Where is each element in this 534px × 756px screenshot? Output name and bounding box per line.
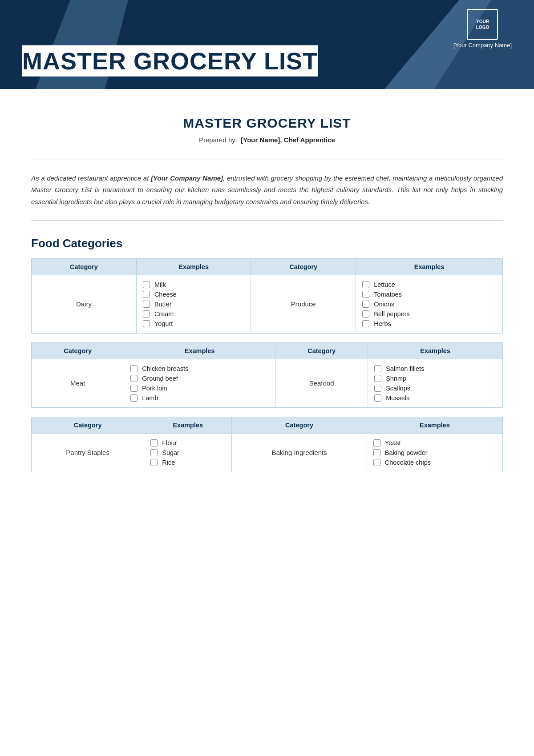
item-label: Salmon fillets	[386, 365, 424, 372]
category-dairy: Dairy	[32, 275, 137, 333]
category-pantry: Pantry Staples	[32, 433, 144, 472]
col-header-cat2: Category	[251, 258, 356, 275]
checkbox-icon	[362, 281, 369, 288]
item-label: Rice	[162, 459, 175, 466]
col-header-ex1: Examples	[144, 417, 232, 433]
category-seafood: Seafood	[275, 359, 368, 407]
list-item: Lamb	[130, 393, 267, 403]
col-header-ex1: Examples	[136, 258, 251, 275]
checkbox-icon	[130, 375, 138, 382]
list-item: Scallops	[374, 383, 494, 393]
doc-subtitle: Prepared by: [Your Name], Chef Apprentic…	[31, 136, 503, 144]
intro-paragraph: As a dedicated restaurant apprentice at …	[31, 173, 503, 208]
item-label: Sugar	[162, 449, 179, 456]
food-table-2: Category Examples Category Examples Meat…	[31, 342, 503, 408]
list-item: Milk	[143, 280, 243, 290]
item-label: Yeast	[385, 439, 401, 446]
prepared-by-name: [Your Name], Chef Apprentice	[241, 136, 335, 144]
col-header-cat1: Category	[32, 258, 137, 275]
food-table-3: Category Examples Category Examples Pant…	[31, 417, 503, 472]
food-categories-heading: Food Categories	[31, 237, 503, 250]
checkbox-icon	[362, 310, 369, 318]
checkbox-icon	[143, 301, 150, 308]
checkbox-icon	[143, 310, 150, 318]
list-item: Pork loin	[130, 383, 267, 393]
list-item: Cheese	[143, 290, 243, 299]
checkbox-icon	[130, 365, 138, 372]
table-row: Meat Chicken breasts Ground beef Pork lo…	[32, 359, 503, 407]
checkbox-icon	[362, 320, 369, 327]
item-label: Lamb	[142, 394, 158, 402]
item-label: Pork loin	[142, 385, 167, 392]
intro-company: [Your Company Name]	[151, 174, 223, 182]
list-item: Chocolate chips	[373, 458, 494, 467]
col-header-ex2: Examples	[356, 258, 503, 275]
list-item: Tomatoes	[362, 290, 494, 299]
checkbox-icon	[150, 449, 158, 456]
col-header-cat2: Category	[232, 417, 367, 433]
checkbox-icon	[362, 301, 369, 308]
checkbox-icon	[373, 459, 380, 466]
col-header-ex2: Examples	[367, 417, 502, 433]
examples-produce: Lettuce Tomatoes Onions Bell peppers Her…	[356, 275, 503, 333]
checkbox-icon	[362, 291, 369, 298]
list-item: Chicken breasts	[130, 364, 267, 374]
col-header-ex1: Examples	[124, 342, 275, 359]
checkbox-icon	[130, 385, 138, 392]
examples-dairy: Milk Cheese Butter Cream Yogurt	[136, 275, 251, 333]
item-label: Chocolate chips	[385, 459, 431, 466]
header: MASTER GROCERY LIST YOUR LOGO [Your Comp…	[0, 0, 534, 89]
item-label: Shrimp	[386, 375, 406, 382]
checkbox-icon	[373, 449, 380, 456]
item-label: Mussels	[386, 394, 409, 402]
item-label: Ground beef	[142, 375, 178, 382]
list-item: Rice	[150, 458, 223, 467]
doc-main-title: MASTER GROCERY LIST	[31, 116, 503, 131]
list-item: Mussels	[374, 393, 494, 403]
intro-start: As a dedicated restaurant apprentice at	[31, 174, 151, 182]
col-header-ex2: Examples	[368, 342, 503, 359]
category-produce: Produce	[251, 275, 356, 333]
checkbox-icon	[374, 385, 381, 392]
checkbox-icon	[150, 439, 158, 446]
item-label: Lettuce	[374, 281, 395, 288]
item-label: Milk	[154, 281, 166, 288]
list-item: Cream	[143, 309, 243, 319]
checkbox-icon	[143, 291, 150, 298]
list-item: Baking powder	[373, 448, 494, 458]
checkbox-icon	[374, 394, 381, 402]
col-header-cat1: Category	[32, 417, 144, 433]
prepared-by-label: Prepared by:	[199, 136, 237, 144]
list-item: Yeast	[373, 438, 494, 448]
doc-title-block: MASTER GROCERY LIST Prepared by: [Your N…	[31, 116, 503, 144]
item-label: Chicken breasts	[142, 365, 188, 372]
list-item: Ground beef	[130, 374, 267, 383]
header-logo-area: YOUR LOGO [Your Company Name]	[453, 9, 512, 48]
header-title: MASTER GROCERY LIST	[22, 45, 318, 76]
item-label: Flour	[162, 439, 177, 446]
item-label: Yogurt	[154, 320, 173, 327]
checkbox-icon	[373, 439, 380, 446]
item-label: Herbs	[374, 320, 391, 327]
list-item: Salmon fillets	[374, 364, 494, 374]
company-name: [Your Company Name]	[453, 42, 512, 48]
category-baking: Baking Ingredients	[232, 433, 367, 472]
examples-baking: Yeast Baking powder Chocolate chips	[367, 433, 502, 472]
logo-text: YOUR LOGO	[476, 19, 489, 30]
divider-2	[31, 220, 503, 221]
item-label: Cream	[154, 310, 174, 318]
examples-pantry: Flour Sugar Rice	[144, 433, 232, 472]
list-item: Sugar	[150, 448, 223, 458]
list-item: Onions	[362, 299, 494, 309]
list-item: Herbs	[362, 319, 494, 329]
category-meat: Meat	[32, 359, 124, 407]
item-label: Cheese	[154, 291, 177, 298]
checkbox-icon	[143, 320, 150, 327]
list-item: Flour	[150, 438, 223, 448]
list-item: Bell peppers	[362, 309, 494, 319]
divider-1	[31, 160, 503, 160]
item-label: Scallops	[386, 385, 410, 392]
logo-box: YOUR LOGO	[467, 9, 498, 40]
item-label: Butter	[154, 301, 172, 308]
col-header-cat1: Category	[32, 342, 124, 359]
